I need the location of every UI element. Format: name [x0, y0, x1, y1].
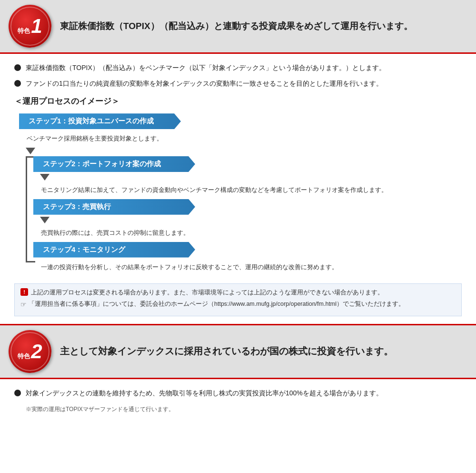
feature1-bullet-list: 東証株価指数（TOPIX）（配当込み）をベンチマーク（以下「対象インデックス」と…	[14, 62, 462, 89]
feature1-badge: 特色 1	[9, 5, 51, 48]
note-text-2: 「運用担当者に係る事項」については、委託会社のホームページ（https://ww…	[29, 299, 405, 309]
step1-desc: ベンチマーク採用銘柄を主要投資対象とします。	[19, 131, 462, 148]
feature1-title: 東証株価指数（TOPIX）（配当込み）と連動する投資成果をめざして運用を行います…	[60, 20, 413, 33]
feature2-title: 主として対象インデックスに採用されているわが国の株式に投資を行います。	[60, 345, 393, 358]
step3-box: ステップ3：売買執行	[33, 199, 195, 215]
step4-box: ステップ4：モニタリング	[33, 242, 195, 258]
steps-234-group: ステップ2：ポートフォリオ案の作成 モニタリング結果に加えて、ファンドの資金動向…	[19, 156, 462, 276]
badge-circle-1: 特色 1	[9, 5, 51, 48]
arrow-step2	[40, 174, 462, 181]
step2-box: ステップ2：ポートフォリオ案の作成	[33, 156, 195, 172]
feature2-body: 対象インデックスとの連動を維持するため、先物取引等を利用し株式の実質投資比率が1…	[0, 379, 476, 421]
exclaim-icon: !	[20, 288, 28, 296]
left-bracket	[19, 156, 30, 276]
step3-desc: 売買執行の際には、売買コストの抑制に留意します。	[33, 225, 462, 242]
note-row-2: ☞ 「運用担当者に係る事項」については、委託会社のホームページ（https://…	[20, 299, 456, 310]
step1-row: ステップ1：投資対象ユニバースの作成	[19, 113, 462, 129]
bullet-text-1: 東証株価指数（TOPIX）（配当込み）をベンチマーク（以下「対象インデックス」と…	[26, 62, 386, 73]
note-row-1: ! 上記の運用プロセスは変更される場合があります。また、市場環境等によっては上記…	[20, 288, 456, 297]
notes-box: ! 上記の運用プロセスは変更される場合があります。また、市場環境等によっては上記…	[14, 283, 462, 316]
note-text-1: 上記の運用プロセスは変更される場合があります。また、市場環境等によっては上記のよ…	[31, 288, 384, 297]
badge-text-1: 特色 1	[18, 16, 42, 36]
step4-desc: 一連の投資行動を分析し、その結果をポートフォリオに反映することで、運用の継続的な…	[33, 260, 462, 276]
process-flow: ステップ1：投資対象ユニバースの作成 ベンチマーク採用銘柄を主要投資対象とします…	[14, 113, 462, 276]
arrow-to-steps234	[26, 148, 462, 154]
badge-label-1: 特色	[18, 27, 30, 35]
step2-desc: モニタリング結果に加えて、ファンドの資金動向やベンチマーク構成の変動などを考慮し…	[33, 182, 462, 199]
feature1-body: 東証株価指数（TOPIX）（配当込み）をベンチマーク（以下「対象インデックス」と…	[0, 54, 476, 324]
list-item: 東証株価指数（TOPIX）（配当込み）をベンチマーク（以下「対象インデックス」と…	[14, 62, 462, 73]
badge-circle-2: 特色 2	[9, 330, 51, 373]
bracket-line	[26, 156, 27, 262]
step2-row: ステップ2：ポートフォリオ案の作成	[33, 156, 462, 172]
bullet-text-2: ファンドの1口当たりの純資産額の変動率を対象インデックスの変動率に一致させること…	[26, 78, 383, 89]
hand-icon: ☞	[20, 299, 27, 310]
badge-label-2: 特色	[18, 352, 30, 361]
list-item: 対象インデックスとの連動を維持するため、先物取引等を利用し株式の実質投資比率が1…	[14, 388, 462, 399]
feature2-small-note: ※実際の運用はTOPIXマザーファンドを通じて行います。	[14, 405, 462, 413]
step1-box: ステップ1：投資対象ユニバースの作成	[19, 113, 181, 129]
bullet-dot	[14, 80, 21, 87]
arrow-shape	[40, 174, 50, 181]
process-section-title: ＜運用プロセスのイメージ＞	[14, 96, 462, 107]
steps-inner: ステップ2：ポートフォリオ案の作成 モニタリング結果に加えて、ファンドの資金動向…	[33, 156, 462, 276]
step3-row: ステップ3：売買執行	[33, 199, 462, 215]
list-item: ファンドの1口当たりの純資産額の変動率を対象インデックスの変動率に一致させること…	[14, 78, 462, 89]
bullet-dot	[14, 64, 21, 71]
feature2-bullet-text-1: 対象インデックスとの連動を維持するため、先物取引等を利用し株式の実質投資比率が1…	[26, 388, 383, 399]
badge-text-2: 特色 2	[18, 342, 42, 362]
feature2-badge: 特色 2	[9, 330, 51, 373]
arrow-shape	[26, 148, 35, 154]
arrow-step3	[40, 217, 462, 223]
arrow-shape	[40, 217, 50, 223]
step4-row: ステップ4：モニタリング	[33, 242, 462, 258]
feature2-header: 特色 2 主として対象インデックスに採用されているわが国の株式に投資を行います。	[0, 324, 476, 379]
feature1-header: 特色 1 東証株価指数（TOPIX）（配当込み）と連動する投資成果をめざして運用…	[0, 0, 476, 54]
bracket-bottom	[26, 261, 35, 262]
badge-number-1: 1	[31, 16, 42, 36]
badge-number-2: 2	[31, 342, 42, 362]
feature2-bullet-list: 対象インデックスとの連動を維持するため、先物取引等を利用し株式の実質投資比率が1…	[14, 388, 462, 399]
bullet-dot	[14, 390, 21, 396]
